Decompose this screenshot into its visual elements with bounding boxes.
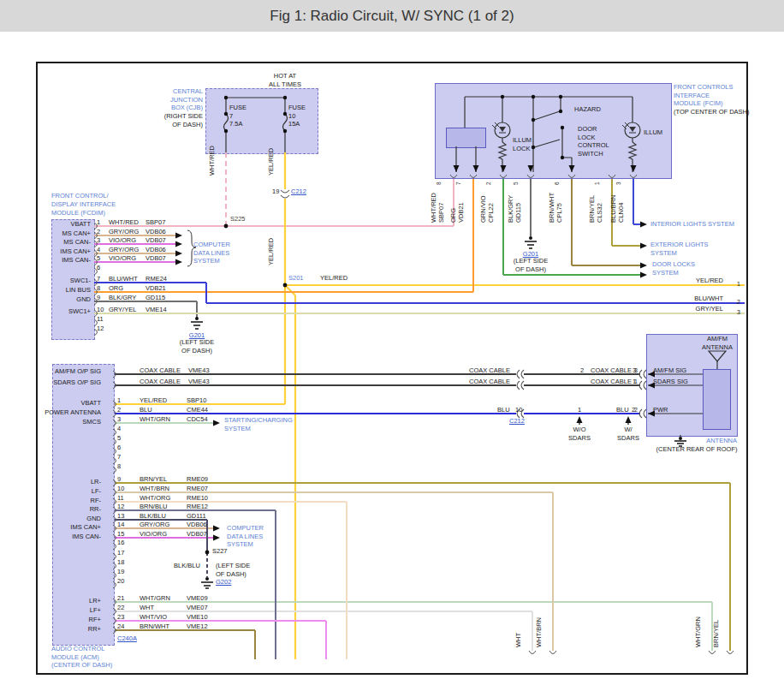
ground-g201-fcdim-location: (LEFT SIDE OF DASH) xyxy=(173,338,221,354)
acm-pin-row: 2BLUCME44 xyxy=(117,406,208,414)
acm-pin-label: LR- xyxy=(91,478,101,486)
acm-pin-row: 22WHTVME07 xyxy=(117,604,208,612)
acm-pin-label: SDARS O/P SIG xyxy=(53,378,101,387)
whtred-vertical-label: WHT/RED xyxy=(208,146,217,176)
pin-number: 7 xyxy=(117,453,140,462)
coax-row: COAX CABLEVME43 xyxy=(140,378,210,386)
pin-number: 23 xyxy=(117,613,140,622)
interior-lights-label: INTERIOR LIGHTS SYSTEM xyxy=(650,220,734,229)
fcdim-pin-label: VBATT xyxy=(70,220,91,229)
pin-number: 3 xyxy=(117,415,140,424)
pin-number: 2 xyxy=(117,406,140,414)
fuse-10-label: FUSE 10 15A xyxy=(288,104,306,128)
antenna-name: ANTENNA xyxy=(706,437,737,445)
pin-number: 10 xyxy=(97,306,109,314)
pin-number: 21 xyxy=(117,594,140,603)
antenna-pin-label: AM/FM SIG xyxy=(653,366,686,375)
fcdim-pin-label: SWC1- xyxy=(70,277,91,285)
pin-number: 8 xyxy=(97,284,109,293)
wire-color: WHT/RED xyxy=(109,218,146,227)
wire-color: WHT/ORG xyxy=(140,494,187,503)
fcdim-pin-row: 10GRY/YELVME14 xyxy=(97,306,167,314)
wire-color: BLU xyxy=(616,406,632,414)
pin-number: 13 xyxy=(117,512,140,521)
circuit-code: VDB07 xyxy=(146,236,166,244)
bottom-wire-label: WHT/BRN xyxy=(535,617,543,647)
fuse-7-label: FUSE 7 7.5A xyxy=(229,104,246,128)
wire-color: BRN/YEL xyxy=(140,475,187,484)
acm-pin-row: 3WHT/GRNCDC54 xyxy=(117,415,208,424)
acm-pin-row: 21WHT/GRNVME09 xyxy=(117,594,208,603)
wire-color: WHT/GRN xyxy=(140,594,187,603)
wire-color: GRY/ORG xyxy=(109,246,146,254)
acm-pin-label: LF- xyxy=(92,487,101,496)
led-illum-icon xyxy=(622,122,640,138)
fcdim-pin-row: 1WHT/REDSBP07 xyxy=(97,218,165,227)
wire-color: BLU xyxy=(140,406,187,414)
fcim-wire-code: CLS32 xyxy=(596,203,604,223)
wiring-diagram-page: Fig 1: Radio Circuit, W/ SYNC (1 of 2) xyxy=(0,0,784,685)
w-sdars-label: W/ SDARS xyxy=(615,426,642,442)
antenna-pin-label: PWR xyxy=(653,406,668,414)
circuit-code: SBP07 xyxy=(146,218,165,226)
bottom-wire-label: WHT xyxy=(514,633,523,647)
c212-antenna-link[interactable]: C212 xyxy=(509,417,525,426)
acm-pin-row: 20 xyxy=(117,577,140,586)
ground-g201-fcim-icon xyxy=(525,236,537,248)
wire-color: WHT/BRN xyxy=(140,485,187,493)
circuit-code: RME07 xyxy=(187,485,208,492)
cable-label: COAX CABLE xyxy=(140,378,188,386)
exit-number: 3 xyxy=(737,309,740,315)
acm-pin-row: 10WHT/BRNRME07 xyxy=(117,485,208,493)
wire-color: GRY/ORG xyxy=(140,521,187,529)
junction-dots xyxy=(205,95,565,555)
circuit-code: VME12 xyxy=(187,622,208,630)
cjb-name: CENTRAL JUNCTION BOX (CJB) xyxy=(170,87,203,112)
pin-number: 15 xyxy=(117,530,140,539)
acm-pin-row: 19 xyxy=(117,568,140,576)
pin-number: 7 xyxy=(97,275,109,283)
wire-color: BRN/WHT xyxy=(140,622,187,631)
pin-number: 6 xyxy=(97,264,109,272)
cable-label: COAX CABLE xyxy=(591,378,633,386)
c212-fuse-link[interactable]: C212 xyxy=(291,188,306,196)
circuit-code: GD111 xyxy=(187,512,206,520)
exit-wire-label: GRY/YEL xyxy=(696,305,723,313)
acm-pin-row: 14GRY/ORGVDB06 xyxy=(117,521,207,529)
arrowheads xyxy=(175,165,655,541)
pin-number: 6 xyxy=(117,444,140,452)
fcdim-pin-label: IMS CAN+ xyxy=(60,247,91,256)
acm-connector-link[interactable]: C240A xyxy=(117,634,137,643)
bottom-wire-label: WHT/GRN xyxy=(694,616,703,647)
pin-number: 8 xyxy=(117,462,140,471)
acm-pin-label: IMS CAN- xyxy=(72,533,101,541)
acm-pin-row: 8 xyxy=(117,462,140,471)
acm-pin-label: RR+ xyxy=(88,625,101,634)
fcim-wire-code: CPL75 xyxy=(555,203,564,223)
acm-pin-row: 1YEL/REDSBP10 xyxy=(117,396,206,405)
ground-g202-link[interactable]: G202 xyxy=(216,578,231,587)
acm-pin-row: 12BRN/BLURME12 xyxy=(117,503,208,511)
circuit-code: CME44 xyxy=(187,406,208,414)
fcdim-pin-row: 7BLU/WHTRME24 xyxy=(97,275,167,283)
hazard-label: HAZARD xyxy=(574,105,601,114)
fcdim-name: FRONT CONTROL/ DISPLAY INTERFACE MODULE … xyxy=(51,192,116,217)
wire-color: VIO/ORG xyxy=(109,236,146,245)
pin-number: 20 xyxy=(117,577,140,586)
fcdim-pin-label: SWC1+ xyxy=(68,307,91,316)
starting-charging-label: STARTING/CHARGING SYSTEM xyxy=(224,416,293,432)
acm-pin-row: 11WHT/ORGRME10 xyxy=(117,494,208,503)
fcim-location: (TOP CENTER OF DASH) xyxy=(674,108,749,116)
wire-color: BLK/GRY xyxy=(109,294,146,302)
fcdim-pin-row: 9BLK/GRYGD115 xyxy=(97,294,165,302)
acm-name: AUDIO CONTROL MODULE (ACM) (CENTER OF DA… xyxy=(51,645,112,670)
pin-number: 24 xyxy=(117,622,140,631)
splice-s225: S225 xyxy=(230,215,246,223)
acm-pin-row: 15VIO/ORGVDB07 xyxy=(117,530,207,539)
acm-pin-label: RF+ xyxy=(89,616,101,624)
c212-fuse-pin: 19 xyxy=(272,188,279,196)
illum-lock-label: ILLUM LOCK xyxy=(513,136,532,152)
pin-number: 17 xyxy=(117,549,140,557)
ground-g201-fcdim-icon xyxy=(191,317,203,329)
pin-number: 5 xyxy=(117,434,140,443)
